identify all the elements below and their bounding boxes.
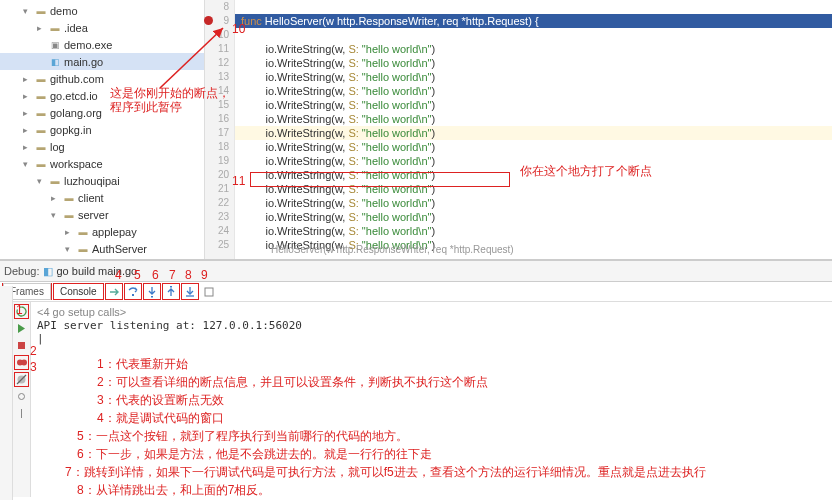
console-tab-button[interactable]: Console: [53, 283, 104, 300]
tree-item-client[interactable]: ▸▬client: [0, 189, 204, 206]
project-file-tree[interactable]: ▾▬demo▸▬.idea▣demo.exe◧main.go▸▬github.c…: [0, 0, 205, 259]
gutter-line-9[interactable]: 9: [205, 14, 229, 28]
tool-window-strip[interactable]: [0, 286, 13, 500]
tree-item-workspace[interactable]: ▾▬workspace: [0, 155, 204, 172]
folder-icon: ▬: [34, 4, 48, 18]
chevron-icon: ▾: [18, 157, 32, 171]
gutter-line-16[interactable]: 16: [205, 112, 229, 126]
gutter-line-20[interactable]: 20: [205, 168, 229, 182]
code-line-11[interactable]: io.WriteString(w, S: "hello world\n"): [235, 42, 832, 56]
step-over-button[interactable]: [124, 283, 142, 300]
show-execution-point-button[interactable]: [105, 283, 123, 300]
run-config[interactable]: ◧ go build main.go: [43, 265, 137, 278]
run-to-cursor-button[interactable]: [181, 283, 199, 300]
chevron-icon: ▾: [46, 208, 60, 222]
gutter-line-21[interactable]: 21: [205, 182, 229, 196]
tree-item-label: .idea: [64, 22, 88, 34]
tree-item-demo[interactable]: ▾▬demo: [0, 2, 204, 19]
tree-item-log[interactable]: ▸▬log: [0, 138, 204, 155]
code-line-10[interactable]: [235, 28, 832, 42]
code-editor[interactable]: 8910111213141516171819202122232425 func …: [205, 0, 832, 259]
folder-icon: ▬: [62, 208, 76, 222]
folder-icon: ▬: [34, 123, 48, 137]
code-area[interactable]: func HelloServer(w http.ResponseWriter, …: [235, 0, 832, 259]
run-config-label: go build main.go: [56, 265, 137, 277]
gutter-line-18[interactable]: 18: [205, 140, 229, 154]
folder-icon: ▬: [34, 157, 48, 171]
gutter-line-23[interactable]: 23: [205, 210, 229, 224]
step-out-button[interactable]: [162, 283, 180, 300]
gutter-line-15[interactable]: 15: [205, 98, 229, 112]
gutter-line-17[interactable]: 17: [205, 126, 229, 140]
gutter-line-13[interactable]: 13: [205, 70, 229, 84]
tree-item-gopkg-in[interactable]: ▸▬gopkg.in: [0, 121, 204, 138]
code-line-23[interactable]: io.WriteString(w, S: "hello world\n"): [235, 210, 832, 224]
code-line-12[interactable]: io.WriteString(w, S: "hello world\n"): [235, 56, 832, 70]
gutter-line-10[interactable]: 10: [205, 28, 229, 42]
tree-item-go-etcd-io[interactable]: ▸▬go.etcd.io: [0, 87, 204, 104]
gutter-line-19[interactable]: 19: [205, 154, 229, 168]
tree-item-github-com[interactable]: ▸▬github.com: [0, 70, 204, 87]
rerun-button[interactable]: [14, 304, 29, 319]
gutter-line-24[interactable]: 24: [205, 224, 229, 238]
code-line-13[interactable]: io.WriteString(w, S: "hello world\n"): [235, 70, 832, 84]
mute-breakpoints-button[interactable]: [14, 372, 29, 387]
tree-item-label: server: [78, 209, 109, 221]
resume-button[interactable]: [14, 321, 29, 336]
chevron-icon: ▸: [46, 191, 60, 205]
tree-item-authserver-go[interactable]: ◧AuthServer.go: [0, 257, 204, 259]
gutter-line-14[interactable]: 14: [205, 84, 229, 98]
code-line-18[interactable]: io.WriteString(w, S: "hello world\n"): [235, 140, 832, 154]
debug-toolbar: Frames Console: [0, 282, 832, 302]
gutter-line-12[interactable]: 12: [205, 56, 229, 70]
code-line-19[interactable]: io.WriteString(w, S: "hello world\n"): [235, 154, 832, 168]
setup-calls-line: <4 go setup calls>: [37, 306, 126, 318]
gutter-line-11[interactable]: 11: [205, 42, 229, 56]
code-line-24[interactable]: io.WriteString(w, S: "hello world\n"): [235, 224, 832, 238]
code-line-16[interactable]: io.WriteString(w, S: "hello world\n"): [235, 112, 832, 126]
code-line-9[interactable]: func HelloServer(w http.ResponseWriter, …: [235, 14, 832, 28]
code-line-20[interactable]: io.WriteString(w, S: "hello world\n"): [235, 168, 832, 182]
tree-item-label: luzhouqipai: [64, 175, 120, 187]
editor-gutter[interactable]: 8910111213141516171819202122232425: [205, 0, 235, 259]
tree-item-luzhouqipai[interactable]: ▾▬luzhouqipai: [0, 172, 204, 189]
go-file-icon: ◧: [48, 55, 62, 69]
code-line-14[interactable]: io.WriteString(w, S: "hello world\n"): [235, 84, 832, 98]
tree-item-demo-exe[interactable]: ▣demo.exe: [0, 36, 204, 53]
view-breakpoints-button[interactable]: [14, 355, 29, 370]
folder-icon: ▬: [48, 174, 62, 188]
code-line-17[interactable]: io.WriteString(w, S: "hello world\n"): [235, 126, 832, 140]
chevron-icon: ▸: [18, 72, 32, 86]
console-output[interactable]: <4 go setup calls> API server listening …: [31, 302, 832, 497]
tree-item-server[interactable]: ▾▬server: [0, 206, 204, 223]
code-line-21[interactable]: io.WriteString(w, S: "hello world\n"): [235, 182, 832, 196]
step-into-button[interactable]: [143, 283, 161, 300]
console-pane: <4 go setup calls> API server listening …: [0, 302, 832, 497]
note-line-8: 8：从详情跳出去，和上面的7相反。: [37, 481, 826, 499]
tree-item-authserver[interactable]: ▾▬AuthServer: [0, 240, 204, 257]
gutter-line-8[interactable]: 8: [205, 0, 229, 14]
tree-item--idea[interactable]: ▸▬.idea: [0, 19, 204, 36]
code-line-22[interactable]: io.WriteString(w, S: "hello world\n"): [235, 196, 832, 210]
annotation-note-list: 1：代表重新开始2：可以查看详细的断点信息，并且可以设置条件，判断执不执行这个断…: [37, 355, 826, 500]
tree-item-label: applepay: [92, 226, 137, 238]
code-line-15[interactable]: io.WriteString(w, S: "hello world\n"): [235, 98, 832, 112]
stop-button[interactable]: [14, 338, 29, 353]
pin-button[interactable]: [14, 406, 29, 421]
breakpoint-icon[interactable]: [204, 16, 213, 25]
tree-item-golang-org[interactable]: ▸▬golang.org: [0, 104, 204, 121]
svg-rect-1: [151, 296, 153, 298]
gutter-line-25[interactable]: 25: [205, 238, 229, 252]
tree-item-label: go.etcd.io: [50, 90, 98, 102]
settings-button[interactable]: [14, 389, 29, 404]
evaluate-expression-button[interactable]: [200, 283, 218, 300]
folder-icon: ▬: [76, 225, 90, 239]
tree-item-applepay[interactable]: ▸▬applepay: [0, 223, 204, 240]
tree-item-main-go[interactable]: ◧main.go: [0, 53, 204, 70]
code-line-8[interactable]: [235, 0, 832, 14]
folder-icon: ▬: [34, 106, 48, 120]
gutter-line-22[interactable]: 22: [205, 196, 229, 210]
chevron-icon: ▾: [60, 242, 74, 256]
chevron-icon: [32, 55, 46, 69]
tree-item-label: demo.exe: [64, 39, 112, 51]
